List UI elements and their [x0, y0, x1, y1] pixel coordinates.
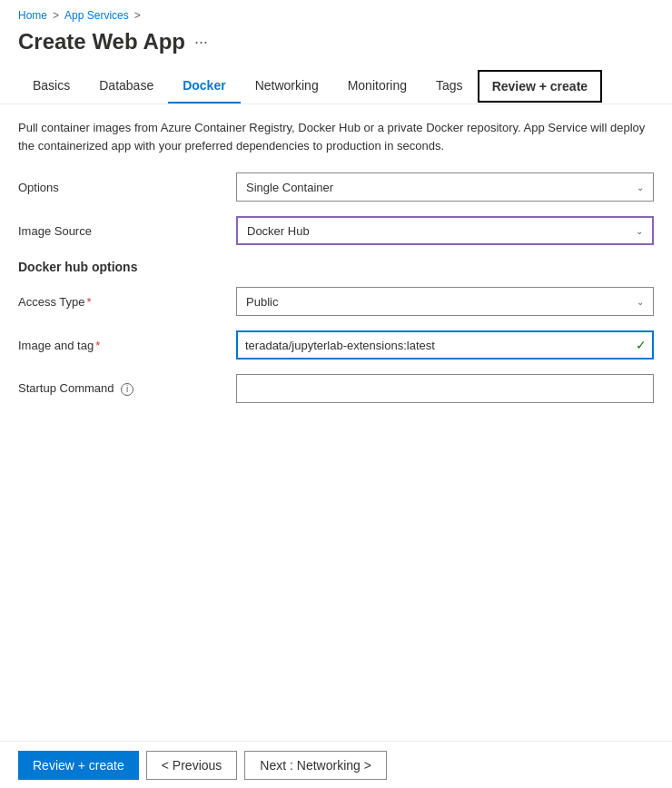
next-networking-button[interactable]: Next : Networking >: [244, 751, 387, 780]
options-row: Options Single Container ⌄: [18, 172, 654, 202]
tab-database[interactable]: Database: [84, 69, 168, 103]
image-tag-input[interactable]: [236, 330, 654, 360]
previous-button[interactable]: < Previous: [146, 751, 238, 780]
image-source-label: Image Source: [18, 224, 236, 238]
access-type-label: Access Type*: [18, 295, 236, 309]
breadcrumb-sep2: >: [134, 9, 141, 22]
review-create-button[interactable]: Review + create: [18, 751, 139, 780]
chevron-down-icon: ⌄: [636, 226, 643, 236]
options-label: Options: [18, 181, 236, 194]
tab-basics[interactable]: Basics: [18, 69, 84, 103]
breadcrumb-app-services[interactable]: App Services: [64, 9, 129, 22]
tab-tags[interactable]: Tags: [421, 69, 478, 103]
image-source-dropdown[interactable]: Docker Hub ⌄: [236, 216, 654, 245]
tab-docker[interactable]: Docker: [168, 69, 240, 103]
image-source-row: Image Source Docker Hub ⌄: [18, 216, 654, 245]
startup-command-row: Startup Command i: [18, 374, 654, 403]
image-tag-wrapper: ✓: [236, 330, 654, 360]
required-marker: *: [86, 295, 91, 309]
page-description: Pull container images from Azure Contain…: [18, 119, 654, 154]
info-icon[interactable]: i: [121, 383, 133, 396]
access-type-value: Public: [246, 295, 278, 309]
image-source-value: Docker Hub: [247, 224, 310, 238]
content-area: Pull container images from Azure Contain…: [0, 104, 672, 432]
startup-command-input[interactable]: [236, 374, 654, 403]
options-value: Single Container: [246, 181, 333, 194]
bottom-bar: Review + create < Previous Next : Networ…: [0, 741, 672, 788]
access-type-control: Public ⌄: [236, 287, 654, 316]
check-icon: ✓: [636, 338, 647, 352]
more-options-icon[interactable]: ···: [194, 33, 208, 52]
breadcrumb-home[interactable]: Home: [18, 9, 47, 22]
startup-command-control: [236, 374, 654, 403]
tab-monitoring[interactable]: Monitoring: [333, 69, 421, 103]
image-source-control: Docker Hub ⌄: [236, 216, 654, 245]
tab-review-create[interactable]: Review + create: [478, 70, 602, 103]
tab-networking[interactable]: Networking: [241, 69, 333, 103]
access-type-row: Access Type* Public ⌄: [18, 287, 654, 316]
page-title-area: Create Web App ···: [0, 25, 672, 69]
chevron-down-icon: ⌄: [637, 182, 644, 192]
breadcrumb-sep1: >: [53, 9, 59, 22]
required-marker: *: [95, 339, 100, 352]
image-tag-row: Image and tag* ✓: [18, 330, 654, 360]
startup-command-label: Startup Command i: [18, 381, 236, 396]
breadcrumb: Home > App Services >: [0, 0, 672, 25]
chevron-down-icon: ⌄: [637, 297, 644, 307]
options-control: Single Container ⌄: [236, 172, 654, 202]
page-title: Create Web App: [18, 29, 185, 54]
access-type-dropdown[interactable]: Public ⌄: [236, 287, 654, 316]
image-tag-control: ✓: [236, 330, 654, 360]
tab-bar: Basics Database Docker Networking Monito…: [0, 69, 672, 104]
options-dropdown[interactable]: Single Container ⌄: [236, 172, 654, 202]
docker-hub-options-header: Docker hub options: [18, 260, 654, 274]
image-tag-label: Image and tag*: [18, 339, 236, 352]
